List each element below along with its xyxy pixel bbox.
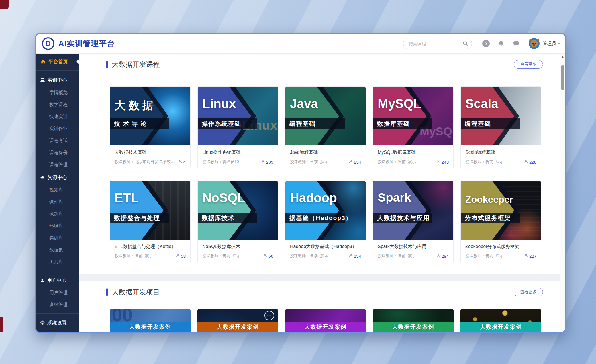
- sidebar-group-1[interactable]: 实训中心: [36, 73, 79, 86]
- sidebar-item[interactable]: 教学课程: [36, 99, 79, 111]
- course-card[interactable]: Scala编程基础Scala编程基础授课教师：售前_演示228: [460, 86, 541, 169]
- cover-subtitle-band: 数据整合与处理: [110, 213, 169, 223]
- project-banner: 大数据开发案例: [285, 322, 366, 332]
- student-count: 4: [178, 160, 186, 164]
- sidebar-item[interactable]: 实训库: [36, 232, 79, 244]
- cover-title: Spark: [378, 191, 411, 204]
- course-card[interactable]: ETL数据整合与处理ETL数据整合与处理（Kettle）授课教师：售前_演示58: [110, 181, 191, 263]
- sidebar-item-label: 学情概览: [49, 90, 68, 96]
- project-view-more-button[interactable]: 查看更多: [514, 288, 543, 296]
- sidebar-item[interactable]: 用户管理: [36, 287, 79, 299]
- student-count-value: 4: [183, 160, 186, 164]
- scrollbar-up-arrow[interactable]: ▲: [562, 55, 564, 58]
- cover-subtitle-band: 技 术 导 论: [110, 118, 169, 129]
- course-title: Scala编程基础: [465, 149, 536, 156]
- course-teacher: 授课教师：售前_演示: [115, 253, 173, 259]
- course-cover: Java编程基础: [285, 87, 366, 145]
- course-card[interactable]: Hadoop据基础（Hadoop3）Hadoop大数据基础（Hadoop3）授课…: [285, 181, 366, 263]
- sidebar-group-label: 用户中心: [47, 277, 66, 284]
- course-cover: Hadoop据基础（Hadoop3）: [285, 181, 366, 240]
- project-banner: 大数据开发案例: [110, 322, 191, 332]
- course-view-more-button[interactable]: 查看更多: [514, 60, 543, 69]
- sidebar-item[interactable]: 视频库: [36, 184, 79, 196]
- user-name[interactable]: 管理员: [542, 41, 556, 47]
- sidebar-item[interactable]: 班级管理: [36, 299, 79, 311]
- cover-title: 大 数 据: [115, 98, 153, 113]
- course-card[interactable]: NoSQL数据库技术NoSQL数据库技术授课教师：售前_演示60: [197, 181, 278, 263]
- bell-icon[interactable]: [498, 40, 505, 47]
- person-icon: [349, 254, 353, 259]
- sidebar-group-3[interactable]: 用户中心: [36, 274, 79, 287]
- course-card[interactable]: 大 数 据技 术 导 论大数据技术基础授课教师：北京市对外贸易学校教...4: [110, 86, 191, 169]
- student-count-value: 60: [268, 254, 273, 259]
- course-meta: 授课教师：售前_演示154: [290, 253, 361, 259]
- student-count-value: 58: [181, 254, 186, 259]
- course-title: Hadoop大数据基础（Hadoop3）: [290, 244, 361, 250]
- cover-title: MySQL: [378, 97, 421, 111]
- cover-title: Zookeeper: [465, 194, 513, 205]
- help-icon[interactable]: ?: [482, 40, 490, 47]
- sidebar-item[interactable]: 学情概览: [36, 86, 79, 99]
- course-card[interactable]: MySQMySQL数据库基础MySQL数据库基础授课教师：售前_演示243: [373, 86, 454, 169]
- project-banner: 大数据开发案例: [197, 322, 278, 332]
- search-icon[interactable]: [462, 41, 468, 46]
- course-meta: 授课教师：售前_演示60: [202, 253, 273, 259]
- sidebar-item-home[interactable]: 平台首页: [36, 55, 79, 68]
- sidebar-item-label: 课程考试: [49, 138, 68, 144]
- course-card-grid: 大 数 据技 术 导 论大数据技术基础授课教师：北京市对外贸易学校教...4Li…: [110, 86, 543, 263]
- course-card[interactable]: Java编程基础Java编程基础授课教师：售前_演示234: [285, 86, 366, 169]
- sidebar-item[interactable]: 快速实训: [36, 111, 79, 123]
- sidebar-group-4[interactable]: 系统设置: [36, 316, 79, 329]
- cover-subtitle: 数据库技术: [202, 214, 235, 222]
- sidebar-item[interactable]: 课程管理: [36, 159, 79, 171]
- project-section: 大数据开发项目 查看更多 00大数据开发案例···大数据开发案例大数据开发案例大…: [79, 281, 560, 332]
- course-info: Hadoop大数据基础（Hadoop3）授课教师：售前_演示154: [285, 240, 366, 263]
- cover-subtitle-band: 数据库基础: [373, 118, 432, 129]
- student-count: 294: [436, 254, 449, 259]
- cover-arrow: [110, 181, 164, 240]
- search-box[interactable]: [403, 38, 472, 49]
- app-header: D AI实训管理平台 ? 管理员 ▾: [36, 34, 565, 54]
- sidebar-item[interactable]: 课件库: [36, 196, 79, 208]
- student-count: 227: [524, 254, 536, 259]
- sidebar-item[interactable]: 实训作业: [36, 123, 79, 135]
- project-card[interactable]: 大数据开发案例: [285, 309, 366, 332]
- sidebar: 平台首页实训中心学情概览教学课程快速实训实训作业课程考试课程备份课程管理资源中心…: [36, 54, 79, 332]
- cover-title: Java: [290, 97, 318, 111]
- course-card[interactable]: Spark大数据技术与应用Spark大数据技术与应用授课教师：售前_演示294: [373, 181, 454, 263]
- project-card[interactable]: 大数据开发案例: [373, 309, 454, 332]
- avatar[interactable]: [529, 38, 540, 49]
- project-card[interactable]: 00大数据开发案例: [110, 309, 191, 332]
- course-title: Zookeeper分布式服务框架: [465, 244, 536, 250]
- sidebar-item[interactable]: 工具库: [36, 256, 79, 268]
- sidebar-item[interactable]: 课程考试: [36, 135, 79, 147]
- chevron-down-icon[interactable]: ▾: [558, 42, 560, 46]
- project-card-grid: 00大数据开发案例···大数据开发案例大数据开发案例大数据开发案例大数据开发案例: [110, 309, 543, 332]
- home-icon: [41, 59, 46, 64]
- search-input[interactable]: [408, 41, 462, 46]
- project-card[interactable]: 大数据开发案例: [460, 309, 541, 332]
- scrollbar-track[interactable]: ▲: [560, 54, 565, 332]
- cover-subtitle-band: 数据库技术: [198, 213, 257, 223]
- course-card[interactable]: Zookeeper分布式服务框架Zookeeper分布式服务框架授课教师：售前_…: [460, 181, 541, 263]
- project-card[interactable]: ···大数据开发案例: [197, 309, 278, 332]
- sidebar-group-2[interactable]: 资源中心: [36, 171, 79, 184]
- project-banner-label: 大数据开发案例: [392, 323, 434, 331]
- scrollbar-thumb[interactable]: [561, 65, 564, 90]
- sidebar-item[interactable]: 数据集: [36, 244, 79, 256]
- sidebar-item[interactable]: 环境库: [36, 220, 79, 232]
- course-meta: 授课教师：售前_演示227: [465, 253, 536, 259]
- sidebar-group-label: 实训中心: [48, 77, 67, 83]
- course-cover: MySQMySQL数据库基础: [373, 87, 453, 145]
- course-teacher: 授课教师：售前_演示: [202, 253, 261, 259]
- course-teacher: 授课教师：售前_演示: [465, 159, 522, 164]
- section-title-bar: [106, 288, 108, 296]
- message-icon[interactable]: [513, 40, 520, 47]
- course-title: 大数据技术基础: [115, 149, 186, 156]
- course-teacher: 授课教师：售前_演示: [290, 253, 346, 259]
- sidebar-item[interactable]: 课程备份: [36, 147, 79, 159]
- cover-subtitle-band: 据基础（Hadoop3）: [285, 213, 345, 223]
- sidebar-item[interactable]: 试题库: [36, 208, 79, 220]
- person-icon: [261, 160, 265, 164]
- course-card[interactable]: LinuxLinux操作系统基础Linux操作系统基础授课教师：管理员10239: [197, 86, 278, 169]
